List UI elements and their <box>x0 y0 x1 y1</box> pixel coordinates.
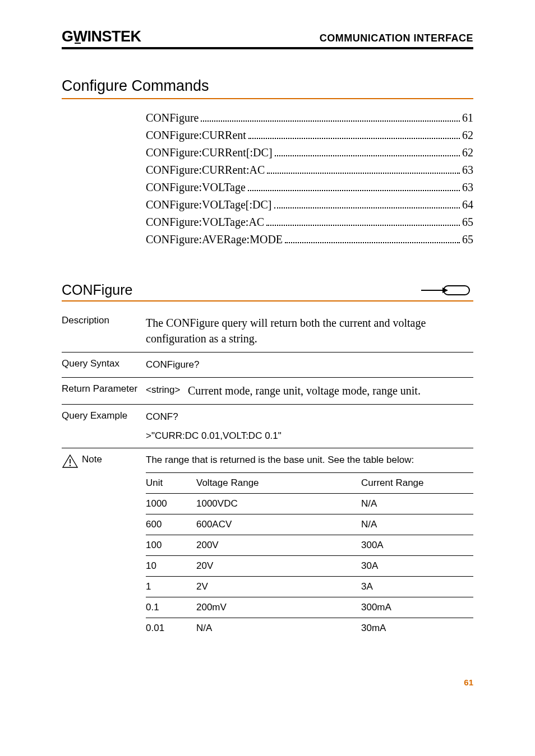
toc-label: CONFigure:VOLTage[:DC] <box>146 196 272 214</box>
cell-vrange: 1000VDC <box>196 494 361 514</box>
return-param-desc: Current mode, range unit, voltage mode, … <box>188 383 473 398</box>
toc-item: CONFigure:VOLTage:AC 65 <box>146 214 473 231</box>
toc-label: CONFigure:VOLTage <box>146 179 246 196</box>
toc-page: 64 <box>462 196 473 214</box>
toc-dots <box>267 173 460 174</box>
col-vrange-header: Voltage Range <box>196 473 361 494</box>
toc-page: 63 <box>462 161 473 179</box>
range-table: Unit Voltage Range Current Range 1000 10… <box>146 473 473 638</box>
cell-unit: 10 <box>146 556 196 577</box>
return-param-label: Return Parameter <box>62 383 146 398</box>
cell-crange: 3A <box>361 577 473 597</box>
header-title: COMMUNICATION INTERFACE <box>320 33 473 44</box>
toc-label: CONFigure:AVERage:MODE <box>146 231 283 248</box>
page-number: 61 <box>62 678 473 687</box>
query-example-line1: CONF? <box>146 410 473 424</box>
query-icon <box>420 283 473 298</box>
cell-vrange: 2V <box>196 577 361 597</box>
query-syntax-row: Query Syntax CONFigure? <box>62 353 473 378</box>
toc-item: CONFigure:VOLTage 63 <box>146 179 473 196</box>
toc-item: CONFigure:CURRent:AC 63 <box>146 161 473 179</box>
cell-unit: 0.01 <box>146 618 196 639</box>
command-heading-row: CONFigure <box>62 282 473 302</box>
toc-page: 61 <box>462 109 473 127</box>
svg-point-4 <box>70 465 71 467</box>
table-row: 0.1 200mV 300mA <box>146 597 473 618</box>
toc-dots <box>285 242 460 243</box>
toc-label: CONFigure:CURRent:AC <box>146 161 265 179</box>
cell-crange: N/A <box>361 494 473 514</box>
table-row: 600 600ACV N/A <box>146 514 473 535</box>
cell-unit: 1000 <box>146 494 196 514</box>
cell-vrange: 20V <box>196 556 361 577</box>
col-crange-header: Current Range <box>361 473 473 494</box>
query-syntax-label: Query Syntax <box>62 358 146 372</box>
note-label: Note <box>82 454 102 465</box>
toc-list: CONFigure 61 CONFigure:CURRent 62 CONFig… <box>146 109 473 248</box>
description-row: Description The CONFigure query will ret… <box>62 309 473 353</box>
cell-unit: 600 <box>146 514 196 535</box>
query-syntax-value: CONFigure? <box>146 358 473 372</box>
toc-dots <box>248 138 460 139</box>
toc-item: CONFigure:AVERage:MODE 65 <box>146 231 473 248</box>
table-header-row: Unit Voltage Range Current Range <box>146 473 473 494</box>
toc-page: 65 <box>462 231 473 248</box>
cell-crange: 30A <box>361 556 473 577</box>
description-text: The CONFigure query will return both the… <box>146 315 473 346</box>
query-example-line2: >"CURR:DC 0.01,VOLT:DC 0.1" <box>146 429 473 443</box>
toc-page: 62 <box>462 144 473 161</box>
cell-vrange: 200mV <box>196 597 361 618</box>
toc-label: CONFigure:VOLTage:AC <box>146 214 264 231</box>
toc-item: CONFigure:CURRent[:DC] 62 <box>146 144 473 161</box>
toc-label: CONFigure:CURRent[:DC] <box>146 144 273 161</box>
query-example-row: Query Example CONF? >"CURR:DC 0.01,VOLT:… <box>62 405 473 449</box>
col-unit-header: Unit <box>146 473 196 494</box>
toc-page: 63 <box>462 179 473 196</box>
cell-unit: 0.1 <box>146 597 196 618</box>
toc-dots <box>274 207 460 208</box>
section-heading: Configure Commands <box>62 77 473 99</box>
toc-page: 62 <box>462 127 473 144</box>
description-label: Description <box>62 315 146 346</box>
table-row: 10 20V 30A <box>146 556 473 577</box>
cell-crange: 30mA <box>361 618 473 639</box>
page-header: GWINSTEK COMMUNICATION INTERFACE <box>62 28 473 49</box>
toc-label: CONFigure:CURRent <box>146 127 246 144</box>
return-param-tag: <string> <box>146 383 188 398</box>
table-row: 0.01 N/A 30mA <box>146 618 473 639</box>
toc-dots <box>266 225 460 226</box>
cell-vrange: 600ACV <box>196 514 361 535</box>
cell-vrange: 200V <box>196 535 361 556</box>
toc-label: CONFigure <box>146 109 199 127</box>
toc-dots <box>275 155 460 156</box>
toc-dots <box>201 120 460 122</box>
return-param-row: Return Parameter <string> Current mode, … <box>62 378 473 405</box>
cell-crange: 300mA <box>361 597 473 618</box>
command-name: CONFigure <box>62 282 132 298</box>
toc-dots <box>248 190 460 191</box>
query-example-label: Query Example <box>62 410 146 443</box>
toc-item: CONFigure 61 <box>146 109 473 127</box>
table-row: 1 2V 3A <box>146 577 473 597</box>
table-row: 1000 1000VDC N/A <box>146 494 473 514</box>
cell-vrange: N/A <box>196 618 361 639</box>
note-text: The range that is returned is the base u… <box>146 454 473 473</box>
warning-triangle-icon <box>62 454 79 469</box>
table-row: 100 200V 300A <box>146 535 473 556</box>
cell-unit: 100 <box>146 535 196 556</box>
toc-item: CONFigure:VOLTage[:DC] 64 <box>146 196 473 214</box>
cell-crange: N/A <box>361 514 473 535</box>
cell-crange: 300A <box>361 535 473 556</box>
cell-unit: 1 <box>146 577 196 597</box>
brand-logo: GWINSTEK <box>62 28 141 45</box>
toc-page: 65 <box>462 214 473 231</box>
toc-item: CONFigure:CURRent 62 <box>146 127 473 144</box>
note-row: Note The range that is returned is the b… <box>62 448 473 638</box>
